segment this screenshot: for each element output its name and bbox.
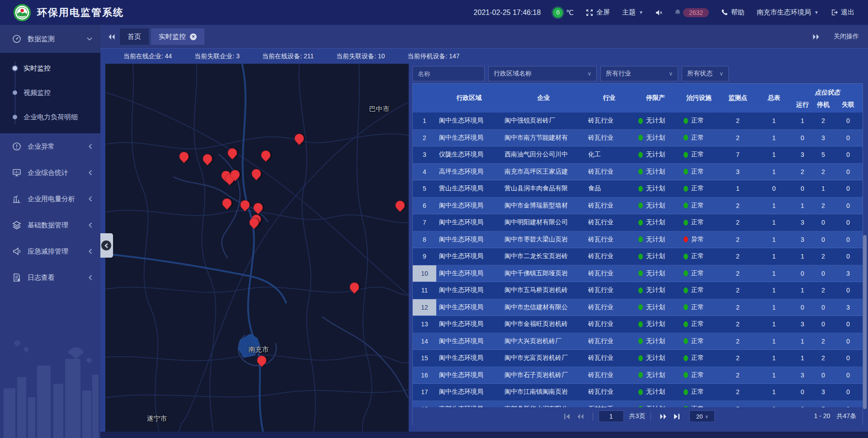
last-page-button[interactable] [674,414,680,419]
industry-filter-select[interactable]: 所有行业 ∨ [600,66,678,81]
fullscreen-button[interactable]: 全屏 [586,8,610,17]
table-row[interactable]: 3仪陇生态环境局西南油气田分公司川中化工无计划正常71350 [413,146,863,164]
page-scrollbar-thumb[interactable] [863,235,867,409]
sidebar-group-6[interactable]: 应急减排管理 [0,238,100,264]
tab-close-icon[interactable]: ✕ [190,33,197,40]
sidebar-group-5[interactable]: 基础数据管理 [0,212,100,238]
tabs-scroll-right-button[interactable] [812,34,820,40]
table-row[interactable]: 15阆中生态环境局阆中市光富页岩机砖厂砖瓦行业无计划正常21120 [413,350,863,367]
table-row[interactable]: 9阆中生态环境局阆中市二龙长宝页岩砖砖瓦行业无计划正常21120 [413,248,863,265]
status-filter-select[interactable]: 所有状态 ∨ [682,66,729,81]
status-filter-value: 所有状态 [687,70,712,78]
theme-menu-button[interactable]: 主题 ▼ [622,8,643,17]
org-menu-button[interactable]: 南充市生态环境局 ▼ [757,8,819,17]
sidebar-submenu: 实时监控视频监控企业电力负荷明细 [0,53,100,133]
tab-首页[interactable]: 首页 [120,28,149,45]
tabs-scroll-left-button[interactable] [108,34,115,40]
cell-monitor-points: 2 [720,265,756,282]
cell-industry: 砖瓦行业 [585,113,633,129]
limit-label: 无计划 [646,168,665,176]
sidebar-item-实时监控[interactable]: 实时监控 [0,56,100,80]
name-filter-input[interactable] [412,66,485,81]
tab-实时监控[interactable]: 实时监控✕ [151,28,204,45]
cell-limit-production: 无计划 [633,265,678,282]
table-row[interactable]: 11阆中生态环境局阆中市五马桥页岩机砖砖瓦行业无计划正常21120 [413,282,863,299]
sidebar-collapse-button[interactable] [100,233,113,258]
cell-region: 仪陇生态环境局 [436,146,502,163]
region-filter-select[interactable]: 行政区域名称 ∨ [488,66,597,81]
sidebar-group-4[interactable]: 企业用电量分析 [0,186,100,212]
close-operations-button[interactable]: 关闭操作 [834,33,859,41]
cell-limit-production: 无计划 [633,316,678,333]
notification-button[interactable]: 2632 [675,8,709,17]
sidebar-group-3[interactable]: 企业综合统计 [0,160,100,186]
table-row[interactable]: 2阆中生态环境局阆中市南方节能建材有砖瓦行业无计划正常21030 [413,130,863,147]
facility-label: 正常 [691,151,704,159]
header-cell-运行: 运行 [792,97,813,113]
cell-row-number: 7 [413,214,436,231]
sidebar-group-7[interactable]: 日志查看 [0,264,100,291]
cell-company: 南充市高坪区王家店建 [502,164,585,180]
cell-monitor-points: 2 [720,367,756,384]
header-cell-row-number [413,84,436,113]
table-row[interactable]: 13阆中生态环境局阆中市金福旺页岩机砖砖瓦行业无计划正常21300 [413,316,863,333]
table-row[interactable]: 12阆中生态环境局阆中市忠信建材有限公砖瓦行业无计划正常21003 [413,299,863,316]
pagination-bar: 共3页 20 ∨ 1 - 20 [413,407,863,425]
table-row[interactable]: 7阆中生态环境局阆中明阳建材有限公司砖瓦行业无计划正常21300 [413,214,863,231]
cell-limit-production: 无计划 [633,214,678,231]
sidebar-item-视频监控[interactable]: 视频监控 [0,80,100,105]
layers-icon [12,221,22,230]
help-label: 帮助 [731,8,745,17]
table-row[interactable]: 5营山生态环境局营山县润丰肉食品有限食品无计划正常10010 [413,180,863,198]
status-dot-green-icon [638,118,643,124]
cell-pollution-facility: 正常 [678,401,720,408]
table-row[interactable]: 6阆中生态环境局阆中市金博瑞新型墙材砖瓦行业无计划正常21120 [413,198,863,215]
page-number-input[interactable] [599,410,624,422]
status-dot-green-icon [638,389,643,395]
cell-region: 阆中生态环境局 [436,282,502,299]
table-row[interactable]: 8阆中生态环境局阆中市枣碧大梁山页岩砖瓦行业无计划异常21300 [413,231,863,249]
prev-page-button[interactable] [576,414,584,419]
cell-pollution-facility: 正常 [678,350,720,367]
sidebar-group-2[interactable]: 企业异常 [0,133,100,160]
cell-running: 3 [792,367,813,384]
cell-pollution-facility: 正常 [678,180,720,197]
sidebar-group-1[interactable]: 数据监测 [0,25,100,53]
app-title: 环保用电监管系统 [37,6,124,19]
cell-monitor-points: 2 [720,198,756,214]
facility-label: 正常 [691,202,704,210]
logout-button[interactable]: 退出 [831,8,854,17]
table-row[interactable]: 18南部生态环境局南部县新华水泥有限公石材加工无计划正常50050 [413,401,863,408]
map-canvas[interactable]: 巴中市南充市遂宁市 [105,64,409,432]
cell-monitor-points: 3 [720,164,756,180]
header-cell-总表: 总表 [756,84,792,113]
first-page-button[interactable] [564,414,570,419]
cell-row-number: 6 [413,198,436,214]
table-row[interactable]: 10阆中生态环境局阆中千佛镇五郎垭页岩砖瓦行业无计划正常21003 [413,265,863,283]
table-row[interactable]: 17阆中生态环境局阆中市江南镇阆南页岩砖瓦行业无计划正常21030 [413,384,863,401]
header-cell-监测点: 监测点 [720,84,756,113]
cell-total-meter: 1 [756,164,792,180]
table-row[interactable]: 16阆中生态环境局阆中市石子页岩机砖厂砖瓦行业无计划正常21300 [413,367,863,384]
sound-mute-button[interactable] [656,9,662,16]
next-page-button[interactable] [660,414,667,419]
cell-lost: 0 [834,367,863,384]
cell-lost: 0 [834,384,863,400]
cell-limit-production: 无计划 [633,384,678,400]
table-row[interactable]: 14阆中生态环境局阆中大兴页岩机砖厂砖瓦行业无计划正常21120 [413,333,863,350]
sidebar-item-label: 视频监控 [24,89,51,97]
cell-limit-production: 无计划 [633,350,678,367]
limit-label: 无计划 [646,218,665,226]
cell-pollution-facility: 异常 [678,231,720,248]
theme-label: 主题 [622,8,636,17]
page-size-select[interactable]: 20 ∨ [689,410,715,422]
help-button[interactable]: 帮助 [721,8,745,17]
cell-row-number: 4 [413,164,436,180]
last-page-icon [674,414,680,419]
table-row[interactable]: 4高坪生态环境局南充市高坪区王家店建砖瓦行业无计划正常31220 [413,164,863,181]
cell-industry: 化工 [585,146,633,163]
cell-limit-production: 无计划 [633,231,678,248]
status-dot-green-icon [684,203,688,208]
sidebar-item-企业电力负荷明细[interactable]: 企业电力负荷明细 [0,105,100,129]
table-row[interactable]: 1阆中生态环境局阆中强锐页岩砖厂砖瓦行业无计划正常21120 [413,113,863,130]
